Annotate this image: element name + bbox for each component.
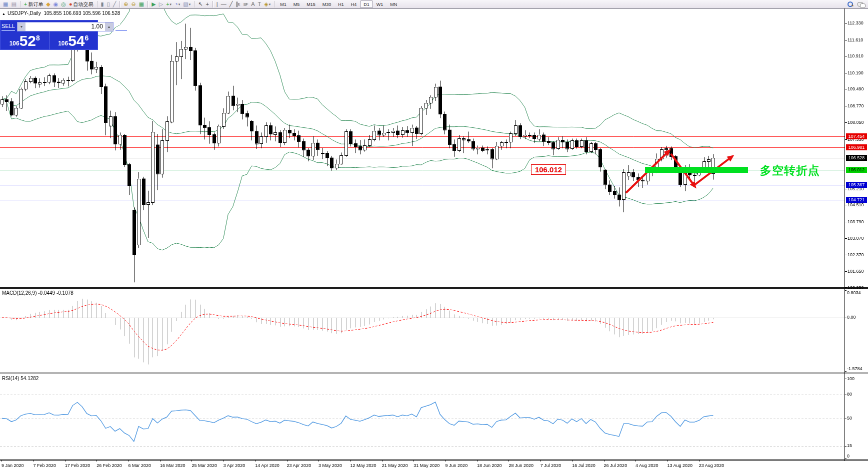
one-click-panel-toggle[interactable]: ▲ [2,12,6,15]
timeframe-button-MN[interactable]: MN [386,0,400,8]
date-label: 6 Mar 2020 [128,463,152,468]
volume-increase-button[interactable]: ▲ [105,22,113,31]
price-tick: 103.070 [848,236,868,241]
price-tick: 109.490 [848,86,868,91]
horizontal-line-icon[interactable]: — [220,0,228,8]
autotrading-icon[interactable]: ●自动交易 [68,0,95,8]
date-label: 7 Feb 2020 [33,463,56,468]
chat-icon[interactable] [858,1,865,7]
bar-chart-icon[interactable]: ▮ [100,0,106,8]
price-annotation-box[interactable]: 106.012 [531,164,566,175]
toolbar-separator [20,1,20,7]
community-icon[interactable]: ◉ [52,0,60,8]
toolbar-separator [194,1,194,7]
date-label: 18 Jun 2020 [477,463,502,468]
objects-icon[interactable]: ◈▾ [262,0,272,8]
macd-scale-max: 0.8034 [847,290,861,295]
ohlc-values: 105.855 106.693 105.596 106.528 [44,10,120,16]
turning-point-text[interactable]: 多空转折点 [760,163,820,178]
date-label: 9 Jan 2020 [2,463,24,468]
price-tick: 102.370 [848,252,868,257]
rsi-level-50: 50 [847,416,852,421]
label-icon[interactable]: T [256,0,263,8]
price-line-label: 106.981 [846,144,867,150]
highlight-bar[interactable] [645,167,748,173]
search-icon[interactable] [847,1,854,7]
depth-of-market-icon[interactable]: ◆ [44,0,52,8]
timeframe-buttons: M1M5M15M30H1H4D1W1MN [276,0,400,8]
price-tick: 108.770 [848,103,868,108]
chart-shift-icon[interactable]: ▷ [158,0,164,8]
sell-button[interactable]: SELL [2,22,15,31]
timeframe-button-M5[interactable]: M5 [290,0,304,8]
text-icon[interactable]: A [250,0,256,8]
crosshair-icon[interactable]: + [204,0,210,8]
price-line-label: 107.454 [846,133,867,139]
price-tick: 100.950 [848,285,868,290]
one-click-trade-panel: SELL ▼ ▲ BUY 106 52 8 106 54 6 [0,20,98,50]
timeframe-button-W1[interactable]: W1 [373,0,387,8]
toolbar-right [847,1,865,7]
price-line-label: 104.721 [846,197,867,203]
volume-input[interactable] [26,22,105,31]
fibonacci-icon[interactable]: ≡F [242,0,250,8]
cursor-icon[interactable]: ↖ [196,0,204,8]
timeframe-button-M1[interactable]: M1 [276,0,290,8]
buy-button[interactable]: BUY [116,22,127,31]
toolbar-separator [148,1,148,7]
date-label: 16 Jul 2020 [572,463,596,468]
auto-scroll-icon[interactable]: ▶ [150,0,157,8]
vertical-line-icon[interactable]: | [215,0,220,8]
period-icon[interactable]: ◔▾ [173,0,182,8]
tile-windows-icon[interactable]: ▦ [138,0,146,8]
timeframe-button-D1[interactable]: D1 [360,0,373,8]
buy-price[interactable]: 106 54 6 [50,31,98,49]
rsi-level-80: 80 [847,392,852,397]
signals-icon[interactable]: ◎ [60,0,68,8]
chart-canvas[interactable] [0,0,868,470]
charts-grid-icon[interactable]: ▦ [2,0,10,8]
date-label: 23 Aug 2020 [699,463,724,468]
channel-icon[interactable]: ∥E [234,0,242,8]
timeframe-button-H4[interactable]: H4 [348,0,360,8]
candlestick-chart-icon[interactable]: ▯ [106,0,112,8]
template-icon[interactable]: ▧▾ [182,0,192,8]
trendline-icon[interactable]: ╱ [228,0,234,8]
timeframe-button-M15[interactable]: M15 [303,0,319,8]
rsi-level-100: 100 [847,376,854,381]
toolbar-separator [274,1,274,7]
toolbar-items: ▦▤+新订单◆◉◎●自动交易▮▯╱⊕⊖▦▶▷+▾◔▾▧▾↖+|—╱∥E≡FAT◈… [2,0,276,8]
sell-price[interactable]: 106 52 8 [0,31,50,49]
date-label: 31 May 2020 [414,463,440,468]
price-tick: 101.650 [848,269,868,274]
add-indicator-icon[interactable]: +▾ [164,0,173,8]
macd-scale-min: -1.5784 [847,366,862,371]
data-window-icon[interactable]: ▤ [10,0,18,8]
volume-decrease-button[interactable]: ▼ [18,22,26,31]
macd-label: MACD(12,26,9) -0.0449 -0.1078 [2,290,74,296]
rsi-level-15: 15 [847,443,852,448]
new-order-icon[interactable]: +新订单 [22,0,44,8]
toolbar-separator [120,1,120,7]
date-label: 23 Apr 2020 [287,463,312,468]
toolbar-separator [212,1,213,7]
date-label: 12 May 2020 [350,463,376,468]
date-label: 25 Mar 2020 [192,463,217,468]
date-label: 16 Mar 2020 [160,463,186,468]
timeframe-button-M30[interactable]: M30 [319,0,335,8]
price-tick: 112.330 [848,20,868,25]
date-label: 7 Jul 2020 [540,463,562,468]
price-tick: 108.050 [848,120,868,125]
date-label: 3 May 2020 [318,463,342,468]
zoom-in-icon[interactable]: ⊕ [122,0,130,8]
date-label: 21 May 2020 [382,463,408,468]
price-line-label: 106.012 [846,167,867,173]
symbol-ohlc-bar: ▲USDJPY-,Daily 105.855 106.693 105.596 1… [2,10,120,16]
date-label: 3 Apr 2020 [224,463,246,468]
symbol-name: USDJPY-,Daily [8,10,41,16]
timeframe-button-H1[interactable]: H1 [334,0,348,8]
line-chart-icon[interactable]: ╱ [112,0,118,8]
date-label: 26 Jul 2020 [604,463,628,468]
date-label: 17 Feb 2020 [65,463,90,468]
zoom-out-icon[interactable]: ⊖ [130,0,138,8]
